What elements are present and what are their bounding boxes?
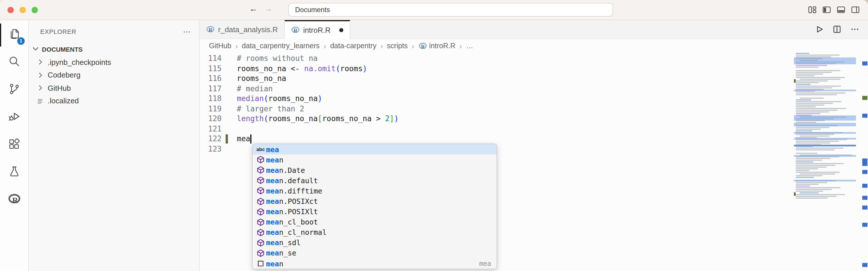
minimize-window-button[interactable] xyxy=(20,7,26,13)
breadcrumb-item-data_carpentry_learners[interactable]: data_carpentry_learners xyxy=(242,42,320,50)
sidebar-item-codeberg[interactable]: Codeberg xyxy=(29,69,199,82)
explorer-badge: 1 xyxy=(17,37,25,45)
suggestion-label: mean xyxy=(266,155,283,164)
toggle-primary-sidebar-icon[interactable] xyxy=(822,5,831,14)
code-line-121[interactable]: 121 xyxy=(200,124,794,134)
minimap-line xyxy=(796,106,816,107)
code-line-119[interactable]: 119# larger than 2 xyxy=(200,103,794,114)
run-file-button[interactable] xyxy=(815,25,824,34)
activity-item-search[interactable] xyxy=(0,49,28,77)
suggestion-mean_sdl[interactable]: mean_sdl xyxy=(252,238,496,248)
breadcrumb-item-introR.R[interactable]: RintroR.R xyxy=(418,41,456,50)
breadcrumb-ellipsis[interactable]: … xyxy=(466,42,473,50)
breadcrumb-separator: › xyxy=(380,41,383,50)
sidebar-item-localized[interactable]: .localized xyxy=(29,94,199,108)
code-line-114[interactable]: 114# rooms without na xyxy=(200,53,794,63)
close-window-button[interactable] xyxy=(7,7,13,13)
minimap-line xyxy=(796,53,809,54)
section-documents[interactable]: DOCUMENTS xyxy=(29,43,199,56)
suggestion-mean_cl_normal[interactable]: mean_cl_normal xyxy=(252,228,496,238)
minimap-line xyxy=(796,87,832,88)
toggle-secondary-sidebar-icon[interactable] xyxy=(851,5,860,14)
minimap-selection xyxy=(794,125,856,126)
activity-item-explorer[interactable]: 1 xyxy=(0,21,28,49)
minimap-selection xyxy=(794,155,856,157)
r-file-icon: R xyxy=(206,25,215,34)
forward-icon[interactable]: → xyxy=(264,3,273,13)
breadcrumb-separator: › xyxy=(236,41,238,50)
suggestion-label: mean.difftime xyxy=(266,187,322,195)
modified-dot-icon[interactable] xyxy=(339,28,344,32)
minimap-line xyxy=(796,56,831,57)
extensions-icon xyxy=(7,137,21,153)
minimap-line xyxy=(796,72,832,72)
r-file-icon: R xyxy=(291,26,300,34)
minimap-line xyxy=(796,141,839,142)
minimap-line xyxy=(800,173,835,174)
overview-ruler-marker xyxy=(862,196,867,200)
function-icon xyxy=(255,229,266,237)
activity-item-r[interactable]: R xyxy=(0,187,28,214)
breadcrumb: GitHub›data_carpentry_learners›data-carp… xyxy=(200,39,868,53)
code-line-118[interactable]: 118median(rooms_no_na) xyxy=(200,94,794,103)
maximize-window-button[interactable] xyxy=(32,7,38,13)
breadcrumb-item-data-carpentry[interactable]: data-carpentry xyxy=(330,42,376,50)
activity-item-run-debug[interactable] xyxy=(0,104,28,131)
suggestion-mean.default[interactable]: mean.default xyxy=(252,175,496,186)
line-number: 121 xyxy=(200,124,222,134)
breadcrumb-item-GitHub[interactable]: GitHub xyxy=(209,42,231,50)
suggestion-label: mean.POSIXct xyxy=(266,197,318,206)
code-line-115[interactable]: 115rooms_no_na <- na.omit(rooms) xyxy=(200,63,794,73)
code-line-122[interactable]: 122mea xyxy=(200,134,794,144)
back-icon[interactable]: ← xyxy=(249,3,258,13)
minimap-line xyxy=(796,175,823,176)
overview-ruler-marker xyxy=(862,162,867,166)
suggestion-label: mean_sdl xyxy=(266,239,301,247)
command-center-search[interactable]: Documents xyxy=(288,3,613,17)
breadcrumb-item-scripts[interactable]: scripts xyxy=(387,42,408,50)
suggestion-label: mea xyxy=(266,145,279,154)
sidebar-item-github[interactable]: GitHub xyxy=(29,82,199,94)
sidebar-item-label: .localized xyxy=(48,97,79,106)
overview-ruler-marker xyxy=(862,170,867,174)
code-line-120[interactable]: 120length(rooms_no_na[rooms_no_na > 2]) xyxy=(200,114,794,124)
code-text: # larger than 2 xyxy=(237,103,304,114)
minimap-selection xyxy=(794,180,856,181)
toggle-panel-icon[interactable] xyxy=(836,5,846,14)
code-text: length(rooms_no_na[rooms_no_na > 2]) xyxy=(237,114,399,124)
explorer-actions-icon[interactable]: ⋯ xyxy=(183,29,191,34)
suggestion-mean.POSIXlt[interactable]: mean.POSIXlt xyxy=(252,206,496,217)
vscode-window: ← → Documents 1R EXPLORER ⋯ DOCUMENTS .i… xyxy=(0,0,868,271)
minimap-line xyxy=(796,142,830,143)
activity-item-testing[interactable] xyxy=(0,159,28,187)
more-actions-button[interactable] xyxy=(850,25,859,34)
minimap[interactable] xyxy=(794,53,857,271)
split-editor-button[interactable] xyxy=(832,25,842,34)
suggestion-mean[interactable]: meanmea xyxy=(252,259,496,269)
tab-r_data_analysis.R[interactable]: Rr_data_analysis.R xyxy=(200,20,285,38)
suggestion-mea[interactable]: abcmea xyxy=(252,144,496,154)
tab-introR.R[interactable]: RintroR.R xyxy=(285,20,350,39)
activity-item-source-control[interactable] xyxy=(0,77,28,104)
suggestion-mean_cl_boot[interactable]: mean_cl_boot xyxy=(252,217,496,227)
suggestion-mean[interactable]: mean xyxy=(252,154,496,165)
minimap-line xyxy=(796,103,833,103)
code-line-116[interactable]: 116rooms_no_na xyxy=(200,73,794,84)
suggestion-mean.difftime[interactable]: mean.difftime xyxy=(252,186,496,196)
suggestion-mean.POSIXct[interactable]: mean.POSIXct xyxy=(252,196,496,206)
code-line-117[interactable]: 117# median xyxy=(200,84,794,94)
overview-ruler-marker xyxy=(862,263,867,267)
suggestion-label: mean_cl_boot xyxy=(266,218,318,226)
minimap-selection xyxy=(794,63,856,64)
activity-item-extensions[interactable] xyxy=(0,131,28,159)
minimap-line xyxy=(796,149,835,150)
minimap-line xyxy=(796,168,818,169)
minimap-line xyxy=(800,136,830,137)
minimap-line xyxy=(796,177,814,178)
suggestion-detail: mea xyxy=(479,260,491,268)
line-number: 118 xyxy=(200,94,222,103)
sidebar-item-ipynb_checkpoints[interactable]: .ipynb_checkpoints xyxy=(29,56,199,69)
suggestion-mean.Date[interactable]: mean.Date xyxy=(252,165,496,175)
suggestion-mean_se[interactable]: mean_se xyxy=(252,248,496,259)
customize-layout-icon[interactable] xyxy=(808,5,817,14)
